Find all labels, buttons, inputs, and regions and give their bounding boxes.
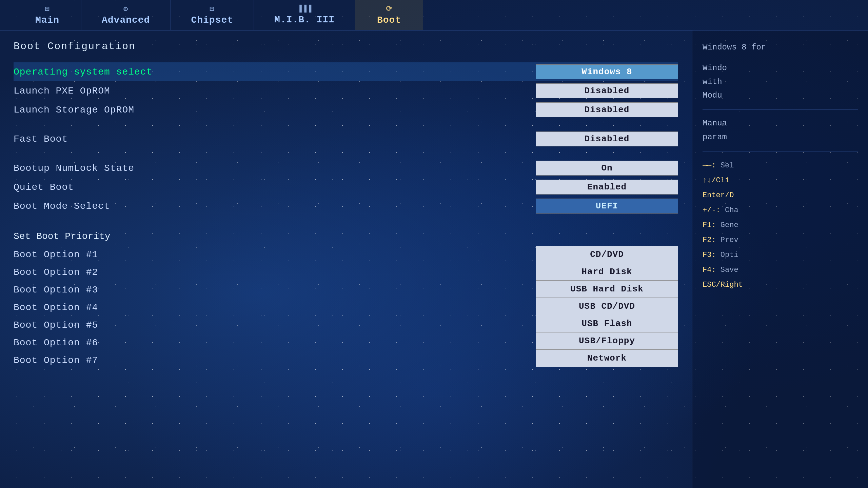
info-text-1: Windows 8 for [703,41,858,55]
quiet-boot-value: Enabled [536,180,678,195]
info-text-3: Manuaparam [703,117,858,144]
launch-storage-value: Disabled [536,102,678,117]
os-select-value: Windows 8 [536,64,678,79]
set-priority-label: Set Boot Priority [14,231,111,242]
nav-advanced-label: Advanced [102,15,150,25]
key-help-arrows: →←: Sel [703,158,858,173]
nav-chipset[interactable]: ⊟ Chipset [171,0,254,30]
launch-storage-label: Launch Storage OpROM [14,105,134,115]
boot-opt-3-label: Boot Option #3 [14,285,98,295]
boot-opt-1-value: CD/DVD [536,246,678,263]
nav-boot[interactable]: ⟳ Boot [355,0,423,30]
numlock-value: On [536,161,678,176]
boot-mode-value: UEFI [536,199,678,214]
os-select-row[interactable]: Operating system select Windows 8 [14,62,678,81]
info-text-2: WindowithModu [703,61,858,103]
boot-opt-2-label: Boot Option #2 [14,267,98,278]
boot-mode-row[interactable]: Boot Mode Select UEFI [14,197,678,216]
nav-mib3-label: M.I.B. III [274,15,335,25]
numlock-values-stack: On [536,161,678,176]
divider [703,109,858,110]
boot-opt-5-row[interactable]: Boot Option #5 [14,316,522,334]
boot-opt-4-row[interactable]: Boot Option #4 [14,299,522,316]
boot-mode-label: Boot Mode Select [14,201,110,211]
boot-values-stack: CD/DVD Hard Disk USB Hard Disk USB CD/DV… [536,246,678,369]
nav-bar: ⊞ Main ⚙ Advanced ⊟ Chipset ▐▐▐ M.I.B. I… [0,0,868,30]
nav-advanced[interactable]: ⚙ Advanced [81,0,171,30]
boot-labels: Boot Option #1 Boot Option #2 Boot Optio… [14,246,522,369]
key-help-f1: F1: Gene [703,218,858,233]
fast-boot-value: Disabled [536,131,678,146]
boot-opt-6-label: Boot Option #6 [14,338,98,348]
launch-pxe-value: Disabled [536,83,678,98]
launch-pxe-label: Launch PXE OpROM [14,86,110,96]
boot-opt-5-value: USB Flash [536,315,678,332]
nav-main[interactable]: ⊞ Main [14,0,81,30]
os-select-label: Operating system select [14,67,152,77]
key-help-enter: Enter/D [703,188,858,203]
key-help-f3: F3: Opti [703,248,858,263]
fast-boot-row[interactable]: Fast Boot Disabled [14,129,678,148]
boot-opt-6-value: USB/Floppy [536,332,678,350]
nav-mib3[interactable]: ▐▐▐ M.I.B. III [254,0,355,30]
nav-main-label: Main [35,15,59,25]
boot-options-section: Boot Option #1 Boot Option #2 Boot Optio… [14,246,678,369]
section-title: Boot Configuration [14,41,678,52]
boot-opt-5-label: Boot Option #5 [14,320,98,330]
settings-table: Operating system select Windows 8 Launch… [14,62,678,369]
boot-opt-1-label: Boot Option #1 [14,249,98,260]
boot-opt-3-row[interactable]: Boot Option #3 [14,281,522,299]
boot-opt-4-label: Boot Option #4 [14,302,98,313]
boot-icon: ⟳ [386,4,392,14]
key-help-esc: ESC/Right [703,278,858,292]
key-help-updown: ↑↓/Cli [703,173,858,188]
key-help-plusminus: +/-: Cha [703,203,858,218]
quiet-boot-row[interactable]: Quiet Boot Enabled [14,178,678,197]
advanced-icon: ⚙ [123,4,128,14]
chipset-icon: ⊟ [210,4,215,14]
boot-opt-6-row[interactable]: Boot Option #6 [14,334,522,351]
fast-boot-label: Fast Boot [14,134,68,144]
boot-opt-7-row[interactable]: Boot Option #7 [14,351,522,369]
nav-boot-label: Boot [377,15,401,25]
mib3-icon: ▐▐▐ [297,5,312,13]
boot-opt-1-row[interactable]: Boot Option #1 [14,246,522,263]
quiet-boot-label: Quiet Boot [14,182,74,192]
boot-opt-3-value: USB Hard Disk [536,280,678,298]
os-select-values: Windows 8 [536,64,678,79]
main-content: Boot Configuration Operating system sele… [0,30,868,488]
numlock-row[interactable]: Bootup NumLock State On [14,159,678,178]
launch-pxe-row[interactable]: Launch PXE OpROM Disabled [14,81,678,100]
boot-opt-2-value: Hard Disk [536,263,678,281]
main-icon: ⊞ [45,4,50,14]
boot-opt-7-value: Network [536,349,678,367]
launch-storage-row[interactable]: Launch Storage OpROM Disabled [14,100,678,119]
right-panel: Windows 8 for WindowithModu Manuaparam →… [692,30,868,488]
boot-opt-2-row[interactable]: Boot Option #2 [14,263,522,281]
key-help-f4: F4: Save [703,263,858,278]
boot-opt-7-label: Boot Option #7 [14,355,98,366]
key-help: →←: Sel ↑↓/Cli Enter/D +/-: Cha F1: Gene… [703,158,858,292]
key-help-f2: F2: Prev [703,233,858,248]
divider2 [703,151,858,151]
nav-chipset-label: Chipset [191,15,233,25]
set-priority-row: Set Boot Priority [14,226,678,246]
boot-opt-4-value: USB CD/DVD [536,298,678,315]
numlock-label: Bootup NumLock State [14,163,134,174]
left-panel: Boot Configuration Operating system sele… [0,30,692,488]
